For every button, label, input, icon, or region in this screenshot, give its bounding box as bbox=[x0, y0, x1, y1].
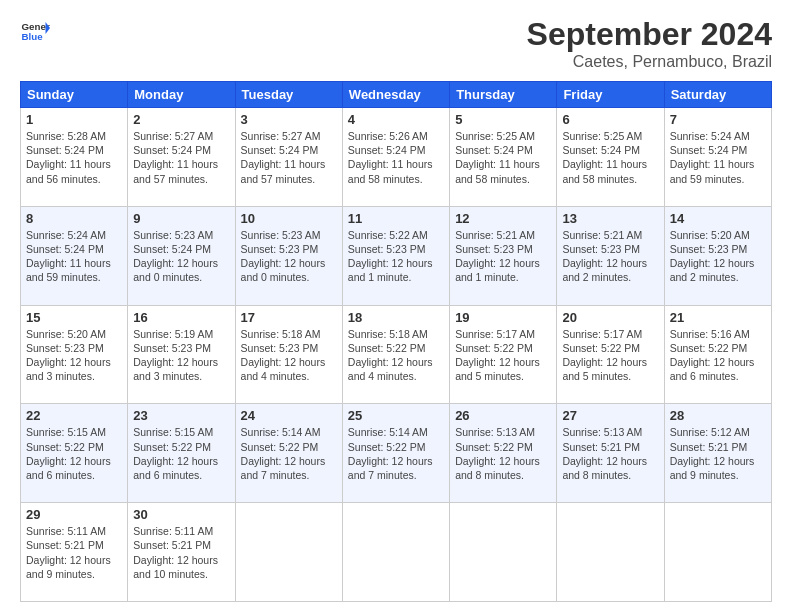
calendar-cell: 11Sunrise: 5:22 AMSunset: 5:23 PMDayligh… bbox=[342, 206, 449, 305]
calendar-day-header: Monday bbox=[128, 82, 235, 108]
calendar-cell: 3Sunrise: 5:27 AMSunset: 5:24 PMDaylight… bbox=[235, 108, 342, 207]
day-number: 20 bbox=[562, 310, 658, 325]
calendar-cell: 12Sunrise: 5:21 AMSunset: 5:23 PMDayligh… bbox=[450, 206, 557, 305]
calendar-cell bbox=[450, 503, 557, 602]
day-number: 19 bbox=[455, 310, 551, 325]
day-number: 9 bbox=[133, 211, 229, 226]
location: Caetes, Pernambuco, Brazil bbox=[527, 53, 772, 71]
calendar-cell bbox=[342, 503, 449, 602]
day-info: Sunrise: 5:13 AMSunset: 5:21 PMDaylight:… bbox=[562, 425, 658, 482]
logo-icon: General Blue bbox=[20, 16, 50, 46]
day-info: Sunrise: 5:23 AMSunset: 5:24 PMDaylight:… bbox=[133, 228, 229, 285]
day-number: 2 bbox=[133, 112, 229, 127]
calendar-cell: 29Sunrise: 5:11 AMSunset: 5:21 PMDayligh… bbox=[21, 503, 128, 602]
page: General Blue September 2024 Caetes, Pern… bbox=[0, 0, 792, 612]
calendar-day-header: Tuesday bbox=[235, 82, 342, 108]
calendar-cell: 5Sunrise: 5:25 AMSunset: 5:24 PMDaylight… bbox=[450, 108, 557, 207]
day-info: Sunrise: 5:15 AMSunset: 5:22 PMDaylight:… bbox=[133, 425, 229, 482]
calendar-cell: 2Sunrise: 5:27 AMSunset: 5:24 PMDaylight… bbox=[128, 108, 235, 207]
day-number: 22 bbox=[26, 408, 122, 423]
calendar-cell: 24Sunrise: 5:14 AMSunset: 5:22 PMDayligh… bbox=[235, 404, 342, 503]
calendar-week-row: 29Sunrise: 5:11 AMSunset: 5:21 PMDayligh… bbox=[21, 503, 772, 602]
day-number: 18 bbox=[348, 310, 444, 325]
calendar-cell: 28Sunrise: 5:12 AMSunset: 5:21 PMDayligh… bbox=[664, 404, 771, 503]
day-number: 16 bbox=[133, 310, 229, 325]
day-info: Sunrise: 5:12 AMSunset: 5:21 PMDaylight:… bbox=[670, 425, 766, 482]
day-number: 25 bbox=[348, 408, 444, 423]
day-info: Sunrise: 5:18 AMSunset: 5:22 PMDaylight:… bbox=[348, 327, 444, 384]
calendar-table: SundayMondayTuesdayWednesdayThursdayFrid… bbox=[20, 81, 772, 602]
day-number: 27 bbox=[562, 408, 658, 423]
calendar-cell: 8Sunrise: 5:24 AMSunset: 5:24 PMDaylight… bbox=[21, 206, 128, 305]
day-info: Sunrise: 5:15 AMSunset: 5:22 PMDaylight:… bbox=[26, 425, 122, 482]
day-number: 15 bbox=[26, 310, 122, 325]
header: General Blue September 2024 Caetes, Pern… bbox=[20, 16, 772, 71]
day-number: 30 bbox=[133, 507, 229, 522]
day-number: 29 bbox=[26, 507, 122, 522]
calendar-day-header: Friday bbox=[557, 82, 664, 108]
day-info: Sunrise: 5:25 AMSunset: 5:24 PMDaylight:… bbox=[455, 129, 551, 186]
calendar-cell: 1Sunrise: 5:28 AMSunset: 5:24 PMDaylight… bbox=[21, 108, 128, 207]
svg-text:Blue: Blue bbox=[22, 31, 44, 42]
day-number: 23 bbox=[133, 408, 229, 423]
calendar-cell: 23Sunrise: 5:15 AMSunset: 5:22 PMDayligh… bbox=[128, 404, 235, 503]
calendar-week-row: 1Sunrise: 5:28 AMSunset: 5:24 PMDaylight… bbox=[21, 108, 772, 207]
day-info: Sunrise: 5:18 AMSunset: 5:23 PMDaylight:… bbox=[241, 327, 337, 384]
day-info: Sunrise: 5:14 AMSunset: 5:22 PMDaylight:… bbox=[348, 425, 444, 482]
calendar-cell: 21Sunrise: 5:16 AMSunset: 5:22 PMDayligh… bbox=[664, 305, 771, 404]
day-info: Sunrise: 5:24 AMSunset: 5:24 PMDaylight:… bbox=[670, 129, 766, 186]
calendar-cell: 20Sunrise: 5:17 AMSunset: 5:22 PMDayligh… bbox=[557, 305, 664, 404]
calendar-cell: 9Sunrise: 5:23 AMSunset: 5:24 PMDaylight… bbox=[128, 206, 235, 305]
calendar-week-row: 22Sunrise: 5:15 AMSunset: 5:22 PMDayligh… bbox=[21, 404, 772, 503]
day-info: Sunrise: 5:21 AMSunset: 5:23 PMDaylight:… bbox=[562, 228, 658, 285]
calendar-cell: 10Sunrise: 5:23 AMSunset: 5:23 PMDayligh… bbox=[235, 206, 342, 305]
calendar-cell: 15Sunrise: 5:20 AMSunset: 5:23 PMDayligh… bbox=[21, 305, 128, 404]
day-number: 11 bbox=[348, 211, 444, 226]
day-info: Sunrise: 5:20 AMSunset: 5:23 PMDaylight:… bbox=[26, 327, 122, 384]
calendar-cell: 13Sunrise: 5:21 AMSunset: 5:23 PMDayligh… bbox=[557, 206, 664, 305]
calendar-week-row: 15Sunrise: 5:20 AMSunset: 5:23 PMDayligh… bbox=[21, 305, 772, 404]
day-info: Sunrise: 5:17 AMSunset: 5:22 PMDaylight:… bbox=[455, 327, 551, 384]
day-number: 21 bbox=[670, 310, 766, 325]
calendar-cell: 17Sunrise: 5:18 AMSunset: 5:23 PMDayligh… bbox=[235, 305, 342, 404]
calendar-day-header: Sunday bbox=[21, 82, 128, 108]
day-number: 1 bbox=[26, 112, 122, 127]
day-number: 4 bbox=[348, 112, 444, 127]
day-number: 7 bbox=[670, 112, 766, 127]
day-info: Sunrise: 5:26 AMSunset: 5:24 PMDaylight:… bbox=[348, 129, 444, 186]
day-info: Sunrise: 5:13 AMSunset: 5:22 PMDaylight:… bbox=[455, 425, 551, 482]
day-info: Sunrise: 5:19 AMSunset: 5:23 PMDaylight:… bbox=[133, 327, 229, 384]
calendar-cell: 18Sunrise: 5:18 AMSunset: 5:22 PMDayligh… bbox=[342, 305, 449, 404]
calendar-cell bbox=[235, 503, 342, 602]
day-number: 24 bbox=[241, 408, 337, 423]
day-number: 5 bbox=[455, 112, 551, 127]
day-number: 6 bbox=[562, 112, 658, 127]
day-info: Sunrise: 5:23 AMSunset: 5:23 PMDaylight:… bbox=[241, 228, 337, 285]
calendar-cell bbox=[664, 503, 771, 602]
calendar-cell bbox=[557, 503, 664, 602]
day-info: Sunrise: 5:21 AMSunset: 5:23 PMDaylight:… bbox=[455, 228, 551, 285]
calendar-cell: 26Sunrise: 5:13 AMSunset: 5:22 PMDayligh… bbox=[450, 404, 557, 503]
logo: General Blue bbox=[20, 16, 50, 46]
day-number: 8 bbox=[26, 211, 122, 226]
calendar-cell: 16Sunrise: 5:19 AMSunset: 5:23 PMDayligh… bbox=[128, 305, 235, 404]
calendar-cell: 19Sunrise: 5:17 AMSunset: 5:22 PMDayligh… bbox=[450, 305, 557, 404]
calendar-cell: 27Sunrise: 5:13 AMSunset: 5:21 PMDayligh… bbox=[557, 404, 664, 503]
day-info: Sunrise: 5:11 AMSunset: 5:21 PMDaylight:… bbox=[133, 524, 229, 581]
calendar-cell: 25Sunrise: 5:14 AMSunset: 5:22 PMDayligh… bbox=[342, 404, 449, 503]
day-number: 17 bbox=[241, 310, 337, 325]
day-number: 13 bbox=[562, 211, 658, 226]
day-info: Sunrise: 5:14 AMSunset: 5:22 PMDaylight:… bbox=[241, 425, 337, 482]
calendar-week-row: 8Sunrise: 5:24 AMSunset: 5:24 PMDaylight… bbox=[21, 206, 772, 305]
day-number: 12 bbox=[455, 211, 551, 226]
day-info: Sunrise: 5:16 AMSunset: 5:22 PMDaylight:… bbox=[670, 327, 766, 384]
day-number: 3 bbox=[241, 112, 337, 127]
day-info: Sunrise: 5:17 AMSunset: 5:22 PMDaylight:… bbox=[562, 327, 658, 384]
day-number: 28 bbox=[670, 408, 766, 423]
day-info: Sunrise: 5:20 AMSunset: 5:23 PMDaylight:… bbox=[670, 228, 766, 285]
calendar-header-row: SundayMondayTuesdayWednesdayThursdayFrid… bbox=[21, 82, 772, 108]
calendar-day-header: Saturday bbox=[664, 82, 771, 108]
calendar-cell: 30Sunrise: 5:11 AMSunset: 5:21 PMDayligh… bbox=[128, 503, 235, 602]
day-number: 10 bbox=[241, 211, 337, 226]
day-number: 14 bbox=[670, 211, 766, 226]
